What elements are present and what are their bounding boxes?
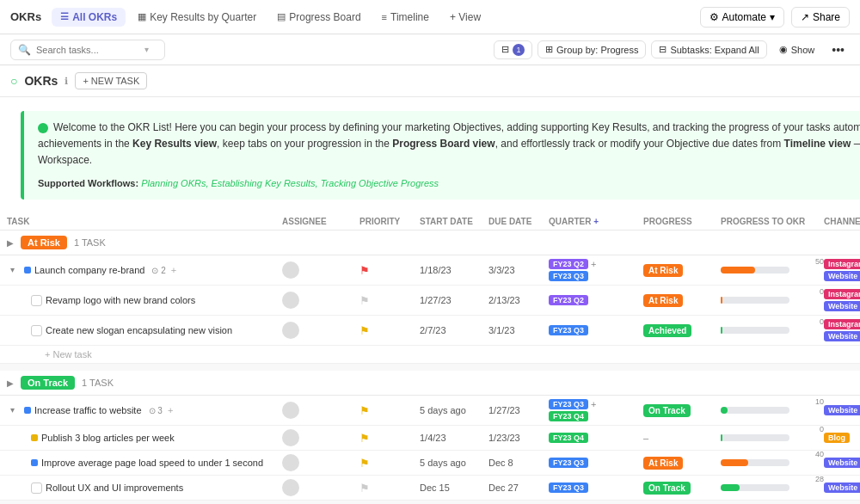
table-row: Improve average page load speed to under… xyxy=(0,451,860,476)
table-row: Revamp logo with new brand colors ⚑ 1/27… xyxy=(0,286,860,316)
task-name[interactable]: Increase traffic to website xyxy=(34,405,142,415)
channel-tag-instagram[interactable]: Instagram xyxy=(824,289,860,299)
add-task-row[interactable]: + New task xyxy=(0,346,860,364)
channel-tags: Instagram Facebook LinkedIn Website YouT… xyxy=(824,259,860,281)
task-checkbox[interactable] xyxy=(31,295,42,306)
task-name[interactable]: Create new slogan encapsulating new visi… xyxy=(46,325,232,335)
group-toggle-at-risk[interactable]: ▶ xyxy=(7,238,14,248)
priority-flag[interactable]: ⚑ xyxy=(359,264,370,277)
task-color-dot xyxy=(31,459,38,466)
task-name[interactable]: Launch company re-brand xyxy=(34,265,144,275)
channel-tag-website[interactable]: Website xyxy=(824,301,860,311)
quarter-tag[interactable]: FY23 Q3 xyxy=(549,458,588,468)
progress-bar xyxy=(721,297,789,304)
tab-progress-board[interactable]: ▤ Progress Board xyxy=(268,8,369,27)
assignee-avatar xyxy=(282,429,299,446)
channel-tag-website[interactable]: Website xyxy=(824,482,860,493)
task-name-cell-indented: Improve average page load speed to under… xyxy=(7,458,282,468)
okr-section-title: OKRs xyxy=(24,74,58,88)
add-subtask-icon[interactable]: + xyxy=(171,265,176,275)
priority-flag[interactable]: ⚑ xyxy=(359,482,370,495)
tab-key-results[interactable]: ▦ Key Results by Quarter xyxy=(129,8,265,27)
quarter-tag[interactable]: FY23 Q4 xyxy=(549,433,588,443)
tab-timeline[interactable]: ≡ Timeline xyxy=(373,8,438,27)
channel-tag-blog[interactable]: Blog xyxy=(824,433,850,443)
start-date: 5 days ago xyxy=(420,405,488,415)
channel-tag-website[interactable]: Website xyxy=(824,405,860,415)
subtask-count[interactable]: ⊙ 3 xyxy=(149,406,163,415)
quarter-tag[interactable]: FY23 Q3 xyxy=(549,325,588,335)
subtasks-button[interactable]: ⊟ Subtasks: Expand All xyxy=(651,40,766,58)
channel-tag-website[interactable]: Website xyxy=(824,331,860,341)
quarter-tag[interactable]: FY23 Q4 xyxy=(549,411,588,421)
tab-add-view[interactable]: + View xyxy=(441,8,489,27)
okr-info-icon[interactable]: ℹ xyxy=(64,76,68,87)
quarter-cell: FY23 Q3 FY23 Q4 + xyxy=(549,399,643,421)
search-input[interactable] xyxy=(36,45,139,55)
progress-bar xyxy=(721,327,789,334)
quarter-tag[interactable]: FY23 Q2 xyxy=(549,295,588,305)
col-priority: PRIORITY xyxy=(359,217,420,226)
show-button[interactable]: ◉ Show xyxy=(772,41,822,58)
group-by-button[interactable]: ⊞ Group by: Progress xyxy=(538,40,646,58)
progress-cell: At Risk xyxy=(643,458,721,468)
group-toggle-on-track[interactable]: ▶ xyxy=(7,378,14,388)
channel-tag-website[interactable]: Website xyxy=(824,458,860,468)
channel-tag-instagram[interactable]: Instagram xyxy=(824,319,860,329)
row-expand-icon[interactable]: ▾ xyxy=(10,405,21,415)
assignee-cell xyxy=(282,479,359,496)
priority-flag[interactable]: ⚑ xyxy=(359,324,370,337)
automate-button[interactable]: ⚙ Automate ▾ xyxy=(700,7,784,28)
assignee-cell xyxy=(282,402,359,419)
okr-expand-icon[interactable]: ○ xyxy=(10,74,17,88)
quarter-tag[interactable]: FY23 Q3 xyxy=(549,399,588,409)
progress-cell: At Risk xyxy=(643,295,721,305)
scroll-container[interactable]: ○ OKRs ℹ + NEW TASK ✓ HIDE CLOSED Welcom… xyxy=(0,65,860,504)
task-name[interactable]: Publish 3 blog articles per week xyxy=(41,433,175,443)
task-name[interactable]: Rollout UX and UI improvements xyxy=(46,482,183,493)
priority-flag[interactable]: ⚑ xyxy=(359,457,370,470)
task-name[interactable]: Improve average page load speed to under… xyxy=(41,458,263,468)
assignee-avatar xyxy=(282,454,299,471)
subtask-count[interactable]: ⊙ 2 xyxy=(151,266,165,275)
progress-label: 10 xyxy=(815,397,824,406)
share-icon: ↗ xyxy=(801,11,809,23)
section-gap xyxy=(0,364,860,371)
quarter-add-icon[interactable]: + xyxy=(591,399,596,409)
tab-all-okrs[interactable]: ☰ All OKRs xyxy=(52,8,126,27)
add-subtask-icon[interactable]: + xyxy=(168,405,173,415)
start-date: 2/7/23 xyxy=(420,325,488,335)
share-button[interactable]: ↗ Share xyxy=(791,7,850,28)
quarter-cell: FY23 Q4 xyxy=(549,433,643,443)
task-name[interactable]: Revamp logo with new brand colors xyxy=(46,295,195,305)
progress-bar-fill xyxy=(721,327,722,334)
quarter-add-icon[interactable]: + xyxy=(591,259,596,269)
table-row: ▾ Increase traffic to website ⊙ 3 + ⚑ 5 … xyxy=(0,396,860,426)
progress-to-okr-cell: 40 xyxy=(721,459,824,466)
priority-flag[interactable]: ⚑ xyxy=(359,404,370,417)
assignee-avatar xyxy=(282,261,299,279)
row-expand-icon[interactable]: ▾ xyxy=(10,265,21,275)
assignee-avatar xyxy=(282,402,299,419)
filter-chevron-icon[interactable]: ▾ xyxy=(144,45,149,54)
more-options-button[interactable]: ••• xyxy=(826,40,850,59)
quarter-tag[interactable]: FY23 Q3 xyxy=(549,271,588,281)
quarter-tag[interactable]: FY23 Q3 xyxy=(549,482,588,493)
search-box[interactable]: 🔍 ▾ xyxy=(10,40,165,60)
quarter-tag[interactable]: FY23 Q2 xyxy=(549,259,588,269)
task-checkbox[interactable] xyxy=(31,325,42,336)
task-name-cell: ▾ Launch company re-brand ⊙ 2 + xyxy=(7,265,282,275)
task-checkbox[interactable] xyxy=(31,482,42,494)
priority-flag[interactable]: ⚑ xyxy=(359,294,370,307)
channel-tag-website[interactable]: Website xyxy=(824,271,860,281)
priority-flag[interactable]: ⚑ xyxy=(359,432,370,445)
new-task-button[interactable]: + NEW TASK xyxy=(75,72,147,89)
progress-badge: On Track xyxy=(643,482,691,495)
progress-bar-fill xyxy=(721,484,740,491)
channel-tag-instagram[interactable]: Instagram xyxy=(824,259,860,269)
filter-button[interactable]: ⊟ 1 xyxy=(494,40,532,59)
task-color-dot xyxy=(24,267,31,274)
group-badge-at-risk: At Risk xyxy=(21,236,67,249)
table-row: ▾ Launch company re-brand ⊙ 2 + ⚑ 1/18/2… xyxy=(0,255,860,286)
quarter-cell: FY23 Q3 xyxy=(549,458,643,468)
